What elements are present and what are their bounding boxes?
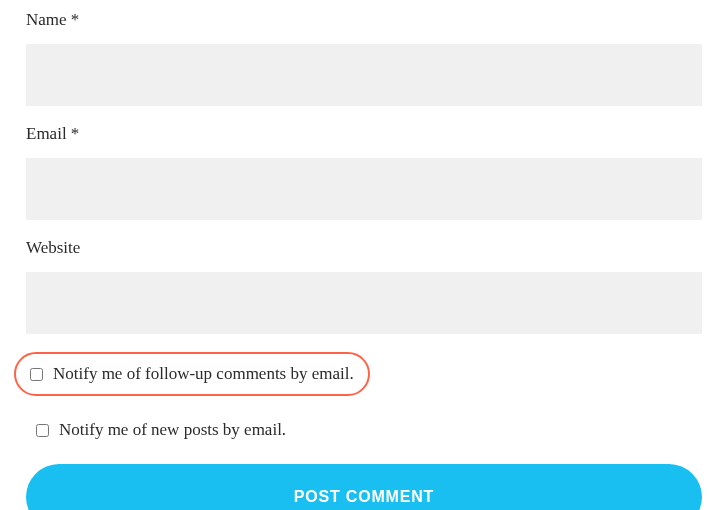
notify-posts-label: Notify me of new posts by email.: [59, 420, 286, 440]
email-label: Email *: [26, 124, 702, 144]
notify-posts-group[interactable]: Notify me of new posts by email.: [26, 412, 702, 448]
notify-comments-checkbox[interactable]: [30, 368, 43, 381]
name-label-text: Name: [26, 10, 71, 29]
email-input[interactable]: [26, 158, 702, 220]
notify-comments-label: Notify me of follow-up comments by email…: [53, 364, 354, 384]
name-input[interactable]: [26, 44, 702, 106]
post-comment-button[interactable]: POST COMMENT: [26, 464, 702, 510]
email-field-group: Email *: [26, 124, 702, 220]
website-field-group: Website: [26, 238, 702, 334]
notify-comments-group[interactable]: Notify me of follow-up comments by email…: [14, 352, 370, 396]
required-marker: *: [71, 124, 80, 143]
website-label: Website: [26, 238, 702, 258]
website-input[interactable]: [26, 272, 702, 334]
notify-posts-checkbox[interactable]: [36, 424, 49, 437]
name-field-group: Name *: [26, 10, 702, 106]
email-label-text: Email: [26, 124, 71, 143]
name-label: Name *: [26, 10, 702, 30]
required-marker: *: [71, 10, 80, 29]
